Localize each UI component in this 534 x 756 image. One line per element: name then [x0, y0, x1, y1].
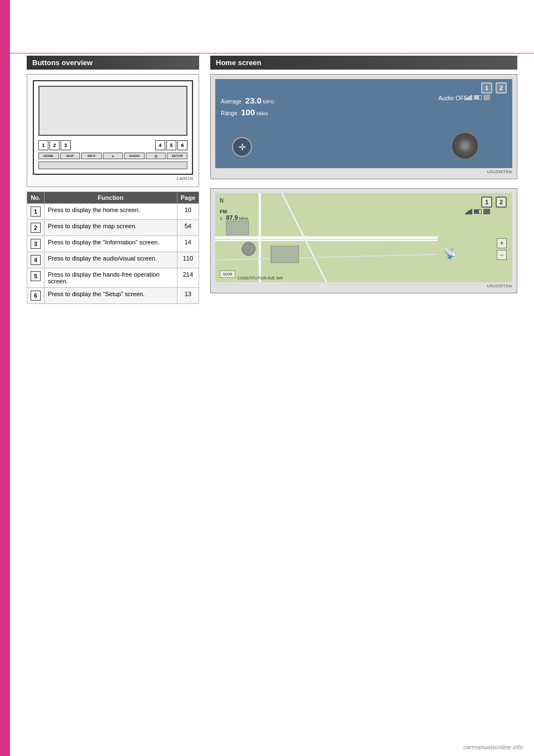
map-n-indicator: N	[220, 198, 224, 204]
svg-point-11	[242, 242, 255, 256]
table-row: 6Press to display the “Setup” screen.13	[27, 288, 199, 304]
num-badge: 4	[31, 255, 41, 265]
diagram-btn-1: 1	[38, 140, 48, 150]
table-cell-function: Press to display the “Information” scree…	[44, 236, 177, 252]
col-header-function: Function	[44, 192, 177, 204]
map-screen-inner: 1 2	[215, 193, 512, 282]
map-roads-svg	[215, 193, 512, 282]
number-buttons-group: 1 2 3	[38, 140, 71, 150]
col-header-no: No.	[27, 192, 44, 204]
screen1-badge2: 2	[496, 82, 507, 94]
num-badge: 6	[31, 291, 41, 301]
map-freq-value: 87.9	[226, 214, 238, 221]
table-row: 1Press to display the home screen.10	[27, 204, 199, 220]
table-cell-function: Press to display the hands-free operatio…	[44, 268, 177, 288]
range-unit: Miles	[256, 111, 268, 116]
home-screen-header: Home screen	[210, 56, 517, 70]
table-cell-function: Press to display the home screen.	[44, 204, 177, 220]
map-scale: 300ft	[220, 271, 235, 278]
table-cell-no: 2	[27, 220, 44, 236]
map-zoom-controls: + −	[497, 238, 507, 260]
right-column: Home screen 1 2	[210, 56, 517, 304]
screen2-label: US1035TEIe	[215, 283, 512, 288]
diagram-btn-6: 6	[177, 140, 187, 150]
svg-rect-10	[271, 246, 299, 263]
table-cell-no: 3	[27, 236, 44, 252]
table-cell-no: 4	[27, 252, 44, 268]
screen1-badges: 1 2	[481, 82, 507, 94]
diagram-phone-btn: ✆	[146, 153, 166, 159]
screen1-badge1: 1	[481, 82, 492, 94]
col-header-page: Page	[177, 192, 199, 204]
zoom-in-btn[interactable]: +	[497, 238, 507, 248]
table-cell-function: Press to display the map screen.	[44, 220, 177, 236]
diagram-inner: 1 2 3 4 5 6 HOME MAP	[33, 80, 193, 175]
table-cell-page: 14	[177, 236, 199, 252]
table-cell-function: Press to display the “Setup” screen.	[44, 288, 177, 304]
screen1-status-bar	[464, 95, 490, 100]
diagram-label: LA001N	[33, 176, 193, 181]
cd-disc-icon	[451, 132, 479, 160]
table-cell-no: 1	[27, 204, 44, 220]
battery-icon	[474, 95, 482, 100]
svg-rect-1	[483, 95, 490, 100]
diagram-function-row: HOME MAP INFO ▲ AUDIO ✆ SETUP	[38, 153, 187, 159]
button-diagram-box: 1 2 3 4 5 6 HOME MAP	[27, 74, 199, 187]
range-value: 100	[241, 107, 255, 117]
diagram-audio-btn: AUDIO	[124, 153, 145, 159]
table-cell-page: 13	[177, 288, 199, 304]
two-column-layout: Buttons overview 1 2 3 4 5	[27, 56, 517, 304]
diagram-bottom-strip	[38, 161, 187, 169]
icon-extra	[483, 95, 490, 100]
diagram-info-btn: INFO	[81, 153, 102, 159]
diagram-home-btn: HOME	[38, 153, 59, 159]
compass-icon: ✛	[232, 137, 252, 157]
map-freq-unit: MHz	[239, 216, 248, 221]
range-row: Range 100 Miles	[221, 107, 507, 117]
table-row: 4Press to display the audio/visual scree…	[27, 252, 199, 268]
num-badge: 3	[31, 239, 41, 249]
map-fm-label: FM	[220, 209, 227, 214]
watermark: carmanualsonline.info	[463, 744, 523, 750]
table-row: 2Press to display the map screen.54	[27, 220, 199, 236]
diagram-btn-3: 3	[61, 140, 71, 150]
table-cell-function: Press to display the audio/visual screen…	[44, 252, 177, 268]
left-column: Buttons overview 1 2 3 4 5	[27, 56, 199, 304]
table-cell-page: 10	[177, 204, 199, 220]
table-row: 5Press to display the hands-free operati…	[27, 268, 199, 288]
side-bar	[0, 0, 10, 756]
diagram-btn-5: 5	[166, 140, 176, 150]
diagram-btn-4: 4	[155, 140, 165, 150]
avg-unit: MPG	[263, 99, 275, 105]
table-cell-no: 5	[27, 268, 44, 288]
battery-fill	[474, 96, 479, 99]
home-screen-inner: 1 2 Average 23	[215, 79, 512, 168]
table-cell-page: 214	[177, 268, 199, 288]
antenna-icon: 📡	[443, 247, 457, 260]
audio-off-label: Audio OFF	[438, 95, 468, 101]
map-screen-mockup: 1 2	[210, 188, 517, 293]
diagram-map-btn: MAP	[60, 153, 81, 159]
diagram-screen	[38, 86, 187, 136]
map-channel: 1	[220, 216, 222, 221]
table-cell-no: 6	[27, 288, 44, 304]
avg-label: Average	[221, 99, 241, 105]
buttons-overview-header: Buttons overview	[27, 56, 199, 70]
table-cell-page: 54	[177, 220, 199, 236]
home-screen-mockup: 1 2 Average 23	[210, 74, 517, 179]
diagram-btn-2: 2	[50, 140, 60, 150]
num-badge: 1	[31, 207, 41, 217]
buttons-overview-table: No. Function Page 1Press to display the …	[27, 192, 199, 304]
zoom-out-btn[interactable]: −	[497, 250, 507, 260]
diagram-alert-btn: ▲	[103, 153, 123, 159]
table-cell-page: 110	[177, 252, 199, 268]
map-frequency: 1 87.9 MHz	[220, 214, 248, 221]
diagram-buttons-row: 1 2 3 4 5 6	[38, 140, 187, 150]
diagram-setup-btn: SETUP	[167, 153, 187, 159]
svg-rect-9	[226, 221, 249, 235]
main-content: Buttons overview 1 2 3 4 5	[10, 0, 534, 756]
screen1-label: US1034TEIe	[215, 169, 512, 174]
map-street-label: CONSTITUTION AVE NW	[238, 276, 283, 280]
table-row: 3Press to display the “Information” scre…	[27, 236, 199, 252]
avg-value: 23.0	[245, 96, 261, 105]
